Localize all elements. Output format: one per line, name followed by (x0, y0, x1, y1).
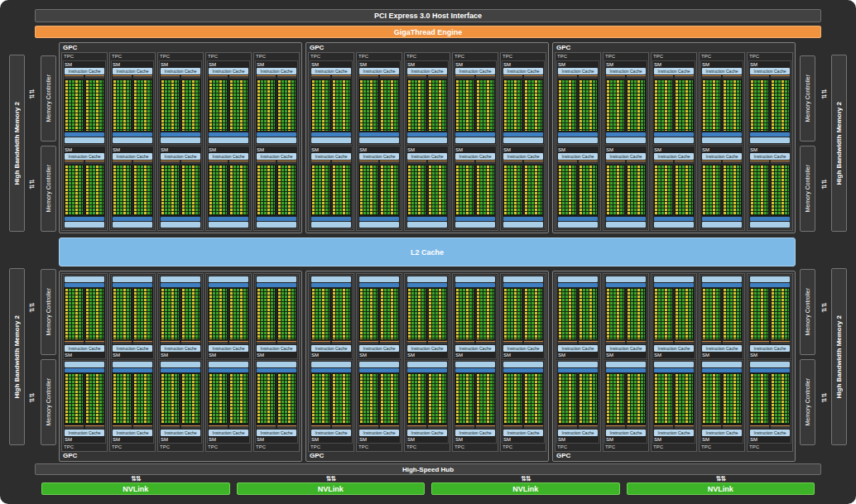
scheduler-segment (380, 75, 399, 79)
scheduler-row (750, 341, 790, 344)
instruction-cache-bar: Instruction Cache (455, 68, 495, 74)
sm-label: SM (65, 437, 104, 442)
core-area (311, 79, 351, 132)
core-area (503, 373, 543, 425)
core-area (702, 79, 742, 132)
hub-nvlink-arrows-icon: ⇅⇅ (521, 475, 530, 482)
sm-block: SMInstruction Cache (207, 275, 250, 359)
texture-cache-bar (209, 222, 248, 228)
texture-cache-bar (113, 222, 152, 228)
scheduler-segment (311, 75, 330, 79)
scheduler-segment (407, 341, 426, 344)
core-grid (311, 79, 330, 132)
core-grid (606, 79, 625, 132)
sm-label: SM (161, 353, 200, 358)
ldst-bar (407, 217, 447, 221)
gpc-label: GPC (308, 452, 546, 460)
sm-label: SM (257, 62, 296, 67)
nvlink-bar: ⇅⇅NVLink (431, 482, 620, 495)
gpc-row-bottom: GPCTPCSMInstruction CacheSMInstruction C… (59, 271, 796, 462)
tpc-block: TPCSMInstruction CacheSMInstruction Cach… (555, 273, 601, 452)
sm-block: SMInstruction Cache (255, 146, 298, 230)
core-area (654, 79, 694, 132)
gpc-block: GPCTPCSMInstruction CacheSMInstruction C… (305, 271, 549, 462)
ldst-bar (606, 368, 646, 372)
instruction-cache-bar: Instruction Cache (558, 68, 598, 74)
scheduler-segment (627, 75, 646, 79)
core-grid (161, 79, 180, 132)
texture-cache-bar (702, 222, 742, 228)
scheduler-row (702, 161, 742, 164)
core-grid (723, 165, 742, 217)
gpc-row-top: GPCTPCSMInstruction CacheSMInstruction C… (59, 42, 796, 233)
ldst-bar (455, 368, 495, 372)
sm-label: SM (311, 353, 351, 358)
ldst-bar (257, 132, 296, 137)
scheduler-segment (579, 425, 598, 429)
core-area (455, 373, 495, 425)
ldst-bar (209, 368, 248, 372)
scheduler-segment (750, 161, 769, 164)
core-grid (675, 165, 694, 217)
instruction-cache-bar: Instruction Cache (455, 153, 495, 160)
sm-label: SM (503, 147, 543, 152)
core-grid (675, 79, 694, 132)
core-area (654, 288, 694, 340)
ldst-bar (209, 132, 248, 137)
scheduler-row (702, 425, 742, 429)
scheduler-segment (723, 75, 742, 79)
scheduler-segment (771, 341, 790, 344)
memory-controller-label: Memory Controller (805, 378, 810, 426)
sm-label: SM (455, 62, 495, 67)
gpc-block: GPCTPCSMInstruction CacheSMInstruction C… (552, 42, 796, 233)
instruction-cache-bar: Instruction Cache (311, 153, 351, 160)
sm-block: SMInstruction Cache (159, 360, 202, 444)
core-grid (85, 373, 104, 425)
ldst-bar (65, 283, 104, 287)
scheduler-segment (606, 341, 625, 344)
scheduler-row (209, 161, 248, 164)
ldst-bar (113, 217, 152, 221)
tpc-label: TPC (358, 444, 401, 450)
core-grid (229, 373, 248, 425)
sm-block: SMInstruction Cache (748, 146, 791, 230)
sm-block: SMInstruction Cache (207, 360, 250, 444)
tpc-block: TPCSMInstruction CacheSMInstruction Cach… (603, 52, 649, 231)
instruction-cache-bar: Instruction Cache (311, 68, 351, 74)
sm-block: SMInstruction Cache (207, 60, 250, 145)
ldst-bar (359, 283, 399, 287)
scheduler-row (257, 161, 296, 164)
texture-cache-bar (606, 222, 646, 228)
core-grid (654, 373, 673, 425)
core-area (65, 165, 104, 217)
gpc-block: GPCTPCSMInstruction CacheSMInstruction C… (305, 42, 549, 233)
texture-cache-bar (558, 137, 598, 143)
sm-block: SMInstruction Cache (63, 275, 106, 359)
scheduler-segment (428, 341, 447, 344)
tpc-block: TPCSMInstruction CacheSMInstruction Cach… (157, 52, 204, 231)
texture-cache-bar (750, 276, 790, 282)
gpu-architecture-diagram: PCI Express 3.0 Host Interface GigaThrea… (0, 0, 856, 504)
core-grid (579, 288, 598, 340)
scheduler-segment (229, 341, 248, 344)
texture-cache-bar (750, 137, 790, 143)
core-grid (606, 373, 625, 425)
hbm-mc-transfer-arrows-icon: ⇄ ⇄ (816, 393, 832, 403)
tpc-block: TPCSMInstruction CacheSMInstruction Cach… (356, 273, 402, 452)
gpc-label: GPC (308, 44, 546, 52)
hbm-mc-transfer-arrows-icon: ⇄ ⇄ (24, 89, 40, 99)
tpc-label: TPC (207, 444, 250, 450)
instruction-cache-bar: Instruction Cache (209, 345, 248, 352)
ldst-bar (455, 283, 495, 287)
scheduler-row (209, 341, 248, 344)
core-grid (181, 79, 200, 132)
core-area (359, 79, 399, 132)
scheduler-segment (181, 425, 200, 429)
sm-block: SMInstruction Cache (358, 360, 401, 444)
nvlink-label: NVLink (708, 485, 733, 493)
scheduler-segment (558, 75, 577, 79)
sm-block: SMInstruction Cache (406, 360, 449, 444)
scheduler-segment (675, 425, 694, 429)
scheduler-segment (277, 75, 296, 79)
sm-label: SM (702, 147, 742, 152)
